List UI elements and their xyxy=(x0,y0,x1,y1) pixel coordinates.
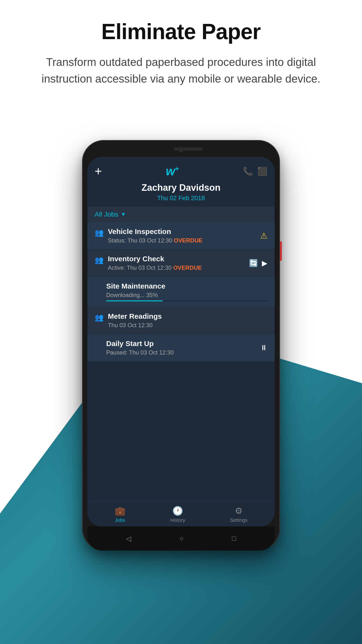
header-action-icons: 📞 ⬛ xyxy=(243,166,267,176)
job-subtitle: Active: Thu 03 Oct 12:30 OVERDUE xyxy=(108,264,249,271)
job-item[interactable]: 👥 Meter Readings Thu 03 Oct 12:30 xyxy=(87,307,275,334)
history-nav-label: History xyxy=(170,518,185,523)
job-title: Meter Readings xyxy=(108,312,267,320)
jobs-nav-label: Jobs xyxy=(115,518,125,523)
phone-side-button xyxy=(280,242,282,261)
filter-dropdown-icon: ▼ xyxy=(121,211,126,218)
bottom-navigation: 💼 Jobs 🕐 History ⚙ Settings xyxy=(87,501,275,526)
job-subtitle: Thu 03 Oct 12:30 xyxy=(108,322,267,329)
app-logo: w + xyxy=(166,164,179,178)
user-name: Zachary Davidson xyxy=(95,182,267,193)
job-title: Inventory Check xyxy=(108,255,249,263)
job-info: Vehicle Inspection Status: Thu 03 Oct 12… xyxy=(108,228,260,244)
job-filter-row[interactable]: All Jobs ▼ xyxy=(87,207,275,222)
phone-call-icon[interactable]: 📞 xyxy=(243,166,253,176)
app-header: + w + 📞 ⬛ Zachary Davidson Thu 02 Feb 20… xyxy=(87,157,275,207)
job-item-left: 👥 Meter Readings Thu 03 Oct 12:30 xyxy=(95,312,267,329)
phone-speaker xyxy=(174,147,203,151)
android-recent-button[interactable]: □ xyxy=(232,534,236,542)
job-downloading-text: Downloading... 35% xyxy=(106,292,158,298)
history-nav-icon: 🕐 xyxy=(172,506,183,516)
job-date-text: Thu 03 Oct 12:30 xyxy=(108,322,153,328)
top-content-area: Eliminate Paper Transform outdated paper… xyxy=(0,19,362,87)
filter-label: All Jobs xyxy=(95,210,118,218)
job-title: Vehicle Inspection xyxy=(108,228,260,236)
progress-bar-container xyxy=(106,300,267,301)
refresh-icon[interactable]: 🔄 xyxy=(249,259,258,267)
logo-w: w xyxy=(166,164,175,178)
job-status-prefix: Status: Thu 03 Oct 12:30 xyxy=(108,237,174,244)
phone-shell: + w + 📞 ⬛ Zachary Davidson Thu 02 Feb 20… xyxy=(82,140,280,550)
job-paused-text: Paused: Thu 03 Oct 12:30 xyxy=(106,349,174,356)
add-job-button[interactable]: + xyxy=(95,165,102,178)
pause-icon[interactable]: ⏸ xyxy=(260,344,267,352)
warning-icon: ⚠ xyxy=(260,231,267,240)
job-title: Site Maintenance xyxy=(106,282,267,290)
job-actions: ⚠ xyxy=(260,231,267,240)
job-item[interactable]: Daily Start Up Paused: Thu 03 Oct 12:30 … xyxy=(87,334,275,362)
job-list: 👥 Vehicle Inspection Status: Thu 03 Oct … xyxy=(87,222,275,501)
job-title: Daily Start Up xyxy=(106,340,260,348)
main-headline: Eliminate Paper xyxy=(24,19,338,44)
job-subtitle: Paused: Thu 03 Oct 12:30 xyxy=(106,349,260,356)
header-top-row: + w + 📞 ⬛ xyxy=(95,164,267,178)
job-overdue-badge: OVERDUE xyxy=(173,264,202,271)
job-item-left: Site Maintenance Downloading... 35% xyxy=(95,282,267,301)
progress-bar-fill xyxy=(106,300,163,301)
job-actions: 🔄 ▶ xyxy=(249,259,267,267)
job-subtitle: Downloading... 35% xyxy=(106,292,267,298)
logo-plus: + xyxy=(175,165,179,173)
jobs-nav-icon: 💼 xyxy=(115,506,125,516)
android-back-button[interactable]: ◁ xyxy=(126,534,131,542)
job-team-icon: 👥 xyxy=(95,228,103,237)
job-overdue-badge: OVERDUE xyxy=(174,237,202,244)
nav-item-jobs[interactable]: 💼 Jobs xyxy=(115,506,125,523)
job-team-icon: 👥 xyxy=(95,313,103,322)
android-home-button[interactable]: ○ xyxy=(180,534,184,542)
job-item[interactable]: 👥 Inventory Check Active: Thu 03 Oct 12:… xyxy=(87,250,275,277)
job-item[interactable]: Site Maintenance Downloading... 35% xyxy=(87,277,275,307)
job-item-left: 👥 Vehicle Inspection Status: Thu 03 Oct … xyxy=(95,228,260,244)
settings-nav-label: Settings xyxy=(230,518,247,523)
qr-scan-icon[interactable]: ⬛ xyxy=(257,166,267,176)
job-team-icon: 👥 xyxy=(95,256,103,264)
job-info: Meter Readings Thu 03 Oct 12:30 xyxy=(108,312,267,329)
job-actions: ⏸ xyxy=(260,344,267,352)
android-nav-bar: ◁ ○ □ xyxy=(87,526,275,550)
job-item-left: Daily Start Up Paused: Thu 03 Oct 12:30 xyxy=(95,340,260,356)
job-item[interactable]: 👥 Vehicle Inspection Status: Thu 03 Oct … xyxy=(87,222,275,250)
sub-text: Transform outdated paperbased procedures… xyxy=(24,54,338,87)
nav-item-settings[interactable]: ⚙ Settings xyxy=(230,506,247,523)
job-item-left: 👥 Inventory Check Active: Thu 03 Oct 12:… xyxy=(95,255,249,271)
settings-nav-icon: ⚙ xyxy=(235,506,243,516)
phone-mockup: + w + 📞 ⬛ Zachary Davidson Thu 02 Feb 20… xyxy=(82,140,280,550)
job-status-prefix: Active: Thu 03 Oct 12:30 xyxy=(108,264,173,271)
user-date: Thu 02 Feb 2018 xyxy=(95,194,267,202)
job-info: Inventory Check Active: Thu 03 Oct 12:30… xyxy=(108,255,249,271)
phone-screen: + w + 📞 ⬛ Zachary Davidson Thu 02 Feb 20… xyxy=(87,157,275,526)
play-icon[interactable]: ▶ xyxy=(262,259,267,267)
job-info: Site Maintenance Downloading... 35% xyxy=(106,282,267,301)
job-subtitle: Status: Thu 03 Oct 12:30 OVERDUE xyxy=(108,237,260,244)
nav-item-history[interactable]: 🕐 History xyxy=(170,506,185,523)
job-info: Daily Start Up Paused: Thu 03 Oct 12:30 xyxy=(106,340,260,356)
